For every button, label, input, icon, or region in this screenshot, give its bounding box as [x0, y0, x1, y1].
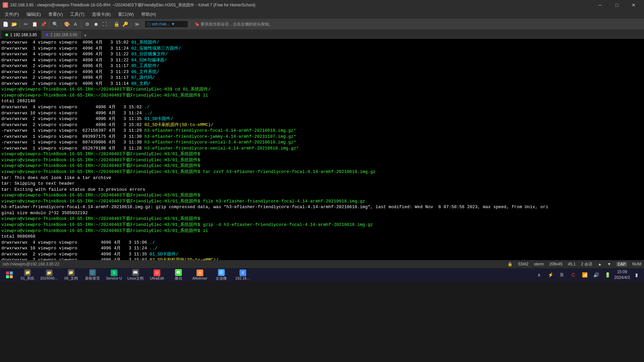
terminal-line: drwxrwxrwx 2 viewpro viewpro 4096 4月 3 1… [1, 81, 643, 87]
newtab-icon: 🌐 [89, 269, 96, 276]
open-button[interactable]: 📂 [10, 20, 18, 28]
taskbar-app-linuxdoc[interactable]: 📖 Linux文档 [125, 269, 146, 281]
ssh-app-icon: X [239, 269, 246, 276]
titlebar: X 192.168.3.85 - viewpro@viewpro-ThinkBo… [0, 0, 644, 10]
toolbar-separator-7 [143, 21, 143, 27]
menu-item-窗口[interactable]: 窗口(W) [115, 11, 137, 18]
tab-bar: 1 192.168.3.85 2 192.168.3.85 + [0, 29, 644, 39]
copy-button[interactable]: 📋 [31, 20, 39, 28]
taskbar-app-192168[interactable]: X 192.16… [233, 269, 253, 281]
close-button[interactable]: ✕ [626, 0, 641, 10]
tray-volume[interactable]: 🔊 [591, 269, 601, 281]
tray-wifi[interactable]: 📶 [580, 269, 589, 281]
taskbar-app-01system[interactable]: 📁 01_系统 [17, 269, 38, 281]
terminal-line: -rwxrwxrwx 1 viewpro viewpro 893997175 4… [1, 134, 643, 140]
toolbar-hint: 🔖 要添加当前会话，点击左侧的箭头按钮。 [192, 21, 276, 27]
20240403-label: 2024040… [40, 276, 58, 280]
tray-up-arrow[interactable]: ∧ [534, 269, 544, 281]
status-sessions: 2 会话 [581, 261, 592, 267]
ssh-session-dropdown[interactable]: ⬡ ssh://vie... ▼ [145, 20, 188, 28]
taskbar-app-08doc[interactable]: 📁 08_文档 [61, 269, 81, 281]
key-button[interactable]: 🔑 [121, 20, 129, 28]
terminal-line: drwxrwxrwx 4 viewpro viewpro 4096 4月 3 1… [1, 57, 643, 63]
ssh-session-label: ssh://vie... [152, 22, 170, 26]
terminal-line: tar: This does not look like a tar archi… [1, 175, 643, 181]
tray-battery[interactable]: 🔋 [603, 269, 612, 281]
window-title: 192.168.3.85 - viewpro@viewpro-ThinkBook… [10, 2, 256, 8]
wechat-icon: 💬 [175, 269, 182, 276]
minimize-button[interactable]: ─ [592, 0, 608, 10]
linuxdoc-icon: 📖 [132, 269, 139, 276]
menu-item-查看[interactable]: 查看(V) [45, 11, 66, 18]
menu-item-文件[interactable]: 文件(F) [1, 11, 22, 18]
taskbar-app-allwinner[interactable]: A Allwinner [190, 269, 210, 281]
ssh-app-label: 192.16… [235, 276, 251, 280]
fullscreen-button[interactable]: ⛶ [101, 20, 109, 28]
status-connection: ssh://viewpro@192.168.3.85:22 [3, 262, 502, 266]
taskbar-app-newtab[interactable]: 🌐 新标签页 [83, 269, 103, 281]
status-num: NUM [632, 262, 641, 266]
new-session-button[interactable]: 📄 [1, 20, 9, 28]
ultraedit-label: UltraEdit [150, 276, 164, 280]
01system-label: 01_系统 [21, 276, 34, 281]
record-button[interactable]: ⏺ [92, 20, 100, 28]
taskbar-app-ultraedit[interactable]: U UltraEdit [147, 269, 167, 281]
font-button[interactable]: A [71, 20, 79, 28]
01system-icon: 📁 [24, 269, 31, 276]
terminal-line: ginal size modulo 2^32 3505032192 [1, 210, 643, 216]
windows-logo [6, 272, 13, 278]
menu-item-选项卡[interactable]: 选项卡(B) [89, 11, 114, 18]
cut-button[interactable]: ✂ [22, 20, 30, 28]
allwinner-label: Allwinner [193, 276, 208, 280]
ssh-icon: ⬡ [147, 22, 150, 26]
app-icon: X [3, 2, 8, 8]
terminal-line: drwxrwxrwx 2 viewpro viewpro 4096 4月 3 1… [1, 69, 643, 75]
system-clock[interactable]: 15:09 2024/4/3 [614, 269, 630, 281]
show-desktop-button[interactable]: ▮ [632, 269, 641, 281]
taskbar-app-wechat[interactable]: 💬 微信 [168, 269, 189, 281]
color-button[interactable]: 🎨 [63, 20, 71, 28]
status-cap: CAP [616, 262, 627, 266]
paste-button[interactable]: 📌 [39, 20, 47, 28]
start-button[interactable] [3, 269, 16, 281]
taskbar-app-wecom[interactable]: 企 企业微 [211, 269, 231, 281]
terminal-line: h3-eflasher-friendlycore-focal-4.14-armh… [1, 204, 643, 210]
terminal-line: viewpro@viewpro-ThinkBook-16-G5-IRH:~/20… [1, 192, 643, 198]
tray-csdn[interactable]: C [569, 269, 578, 281]
dropdown-arrow: ▼ [171, 22, 175, 26]
taskbar-app-20240403[interactable]: 📁 2024040… [39, 269, 60, 281]
new-tab-button[interactable]: + [82, 32, 89, 39]
terminal-line: tar: Skipping to next header [1, 181, 643, 187]
allwinner-icon: A [197, 269, 203, 276]
terminal-line: drwxrwxrwx 4 viewpro viewpro 4096 4月 3 1… [1, 51, 643, 57]
tab-1[interactable]: 1 192.168.3.85 [1, 31, 41, 39]
status-right: 🔒 SSH2 xterm 209x45 45,1 2 会话 ▲ ▼ CAP NU… [507, 261, 641, 267]
tray-bluetooth[interactable]: ⚡ [546, 269, 555, 281]
terminal-line: drwxrwxrwx 2 viewpro viewpro 4096 4月 3 1… [1, 122, 643, 128]
terminal-line: viewpro@viewpro-ThinkBook-16-G5-IRH:~/20… [1, 216, 643, 222]
linuxdoc-label: Linux文档 [127, 276, 144, 281]
terminal-line: viewpro@viewpro-ThinkBook-16-G5-IRH:~/20… [1, 228, 643, 234]
tray-language[interactable]: 英 [557, 269, 567, 281]
terminal-line: drwxrwxrwx 2 viewpro viewpro 4096 4月 3 1… [1, 251, 643, 257]
toolbar-separator-4 [81, 21, 82, 27]
taskbar-app-serviceu[interactable]: S Service U [104, 269, 124, 281]
tab-2-indicator [46, 34, 48, 36]
lock-button[interactable]: 🔒 [112, 20, 120, 28]
menu-item-工具[interactable]: 工具(T) [67, 11, 88, 18]
window-controls: ─ □ ✕ [592, 0, 641, 10]
settings-button[interactable]: ⚙ [83, 20, 91, 28]
tab-2[interactable]: 2 192.168.3.85 [42, 31, 81, 39]
toolbar-separator-8 [190, 21, 190, 27]
terminal-line: viewpro@viewpro-ThinkBook-16-G5-IRH:~/20… [1, 157, 643, 163]
terminal-line: drwxrwxrwx 2 viewpro viewpro 4096 4月 3 1… [1, 116, 643, 122]
wecom-icon: 企 [218, 269, 225, 276]
menu-item-编辑[interactable]: 编辑(E) [23, 11, 44, 18]
status-xterm: xterm [534, 262, 544, 266]
maximize-button[interactable]: □ [609, 0, 625, 10]
more-button[interactable]: ≫ [133, 20, 141, 28]
menu-item-帮助[interactable]: 帮助(H) [138, 11, 159, 18]
search-button[interactable]: 🔍 [51, 20, 59, 28]
tab-2-label: 2 192.168.3.85 [50, 33, 77, 37]
terminal-line: viewpro@viewpro-ThinkBook-16-G5-IRH:~/20… [1, 163, 643, 169]
